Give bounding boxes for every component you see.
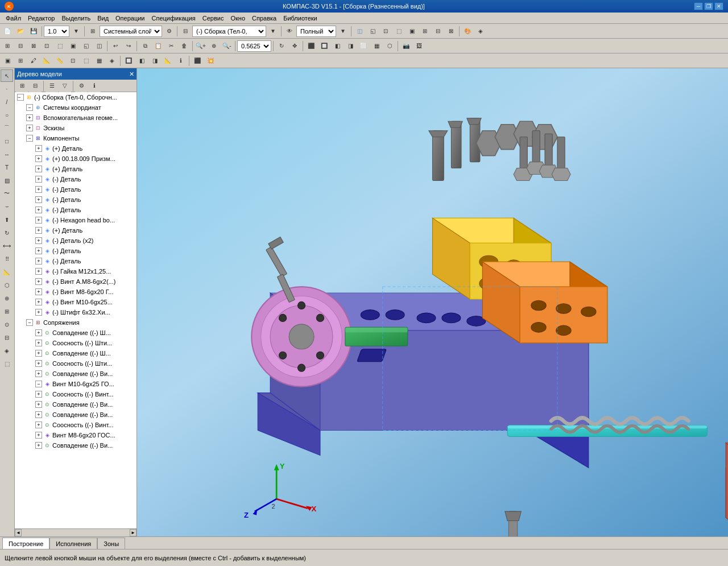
mate-tool[interactable]: ⊞ xyxy=(1,305,13,317)
tb2-btn4[interactable]: ⊡ xyxy=(40,40,53,52)
tb2-paste[interactable]: 📋 xyxy=(152,40,164,52)
tb2-btn3[interactable]: ⊠ xyxy=(27,40,40,52)
tree-item[interactable]: +◈(-) Деталь (x2) xyxy=(15,236,136,246)
tree-expand-toggle[interactable]: + xyxy=(35,166,42,172)
tree-item[interactable]: −◈Винт М10-6gx25 ГО... xyxy=(15,379,136,389)
layer-combo[interactable]: Системный слой (0 xyxy=(100,26,162,37)
menu-libraries[interactable]: Библиотеки xyxy=(280,14,321,22)
zoom-in-btn[interactable]: 🔍+ xyxy=(195,40,207,52)
tb3-btn5[interactable]: 📏 xyxy=(53,55,66,67)
tree-item[interactable]: −⊕Системы координат xyxy=(15,102,136,113)
render-btn6[interactable]: ⊞ xyxy=(419,25,431,38)
color-btn[interactable]: 🎨 xyxy=(461,25,474,38)
tree-item[interactable]: +◈(-) Деталь xyxy=(15,184,136,195)
tree-expand-toggle[interactable]: + xyxy=(26,114,33,121)
tb2-btn7[interactable]: ◱ xyxy=(80,40,92,52)
tree-item[interactable]: +⊙Совпадение ((-) Ви... xyxy=(15,399,136,410)
constraint-tool[interactable]: ⊕ xyxy=(1,292,13,304)
tree-close-btn[interactable]: ✕ xyxy=(129,71,134,78)
tree-expand-toggle[interactable]: + xyxy=(35,268,42,275)
3d-viewport[interactable]: Y X Z 2 xyxy=(137,68,728,536)
tree-expand-toggle[interactable]: + xyxy=(35,186,42,193)
tree-item[interactable]: +◈(-) Винт М8-6gx20 Г... xyxy=(15,287,136,297)
menu-service[interactable]: Сервис xyxy=(199,14,228,22)
tb3-btn12[interactable]: ◨ xyxy=(148,55,161,67)
tree-item[interactable]: +◈(+) Деталь xyxy=(15,143,136,154)
revolve-tool[interactable]: ↻ xyxy=(1,226,13,239)
screenshot-btn[interactable]: 🖼 xyxy=(413,40,425,52)
menu-window[interactable]: Окно xyxy=(227,14,249,22)
tree-settings[interactable]: ⚙ xyxy=(75,80,88,92)
zoom-value-combo[interactable]: 0.5625 xyxy=(237,40,271,52)
array-tool[interactable]: ⠿ xyxy=(1,253,13,265)
tree-expand-toggle[interactable]: + xyxy=(35,401,42,408)
tree-item[interactable]: +⊙Совпадение ((-) Ви... xyxy=(15,440,136,451)
tree-show-list[interactable]: ☰ xyxy=(46,80,58,92)
tree-item[interactable]: +◈(-) Винт А.М8-6gx2(...) xyxy=(15,276,136,287)
tree-expand-toggle[interactable]: − xyxy=(26,135,33,142)
render-btn4[interactable]: ⬚ xyxy=(392,25,405,38)
tree-item[interactable]: +◈(-) Деталь xyxy=(15,174,136,184)
tb2-btn8[interactable]: ◫ xyxy=(93,40,105,52)
tb3-btn10[interactable]: 🔲 xyxy=(122,55,135,67)
tree-expand-toggle[interactable]: + xyxy=(35,217,42,224)
tb3-section[interactable]: ⬛ xyxy=(191,55,204,67)
tb2-delete[interactable]: 🗑 xyxy=(178,40,191,52)
spline-tool[interactable]: 〜 xyxy=(1,187,13,200)
snapshot-btn[interactable]: 📷 xyxy=(400,40,412,52)
tree-item[interactable]: +◈(-) Деталь xyxy=(15,246,136,256)
tree-expand-toggle[interactable]: + xyxy=(35,432,42,439)
component-tool[interactable]: ⬚ xyxy=(1,357,13,370)
tree-item[interactable]: +◈(-) Деталь xyxy=(15,205,136,215)
tree-item[interactable]: +◈(+) 00.18.009 Призм... xyxy=(15,154,136,164)
tree-expand-toggle[interactable]: + xyxy=(35,340,42,346)
tree-expand-all[interactable]: ⊞ xyxy=(16,80,28,92)
scale-combo[interactable]: 1.0 xyxy=(44,26,69,37)
save-btn[interactable]: 💾 xyxy=(27,25,40,38)
tb3-measure[interactable]: 📐 xyxy=(162,55,174,67)
tb3-btn9[interactable]: ◈ xyxy=(106,55,118,67)
tree-expand-toggle[interactable]: − xyxy=(26,319,33,326)
view3d-btn2[interactable]: 🔲 xyxy=(318,40,330,52)
tree-collapse-all[interactable]: ⊟ xyxy=(29,80,42,92)
tree-item[interactable]: +◈(-) Деталь xyxy=(15,195,136,205)
menu-spec[interactable]: Спецификация xyxy=(148,14,199,22)
tb2-btn1[interactable]: ⊞ xyxy=(1,40,14,52)
tree-expand-toggle[interactable]: + xyxy=(35,227,42,234)
measure-tool[interactable]: 📐 xyxy=(1,266,13,278)
snap-tool[interactable]: ⊙ xyxy=(1,318,13,330)
tb2-redo[interactable]: ↪ xyxy=(122,40,135,52)
menu-file[interactable]: Файл xyxy=(2,14,24,22)
hatch-tool[interactable]: ▨ xyxy=(1,174,13,187)
tree-expand-toggle[interactable]: + xyxy=(26,125,33,131)
zoom-all-btn[interactable]: ⊕ xyxy=(208,40,220,52)
tree-expand-toggle[interactable]: + xyxy=(35,176,42,183)
assembly-combo[interactable]: (-) Сборка (Тел-0, xyxy=(192,26,266,37)
tree-horizontal-scrollbar[interactable] xyxy=(22,529,130,536)
render-btn3[interactable]: ⊡ xyxy=(379,25,392,38)
tree-scroll-left-btn[interactable]: ◄ xyxy=(15,529,22,536)
tree-item[interactable]: +⊡Эскизы xyxy=(15,123,136,133)
tab-build[interactable]: Построение xyxy=(2,538,49,549)
tree-expand-toggle[interactable]: + xyxy=(35,411,42,418)
minimize-button[interactable]: ─ xyxy=(694,2,703,10)
tb3-btn4[interactable]: 📐 xyxy=(40,55,53,67)
tb3-btn1[interactable]: ▣ xyxy=(1,55,14,67)
open-btn[interactable]: 📂 xyxy=(14,25,27,38)
view3d-btn1[interactable]: ⬛ xyxy=(305,40,317,52)
extrude-tool[interactable]: ⬆ xyxy=(1,213,13,226)
mirror-tool[interactable]: ⟷ xyxy=(1,239,13,252)
tree-expand-toggle[interactable]: + xyxy=(35,309,42,316)
grid-tool[interactable]: ⊟ xyxy=(1,331,13,344)
tb3-btn7[interactable]: ⬚ xyxy=(80,55,92,67)
tree-item[interactable]: −⊞(-) Сборка (Тел-0, Сборочн... xyxy=(15,92,136,102)
tree-expand-toggle[interactable]: + xyxy=(35,350,42,357)
tree-item[interactable]: −⊞Сопряжения xyxy=(15,317,136,328)
tb2-cut[interactable]: ✂ xyxy=(165,40,177,52)
menu-select[interactable]: Выделить xyxy=(58,14,94,22)
tb3-properties[interactable]: ℹ xyxy=(175,55,187,67)
tree-content[interactable]: −⊞(-) Сборка (Тел-0, Сборочн...−⊕Системы… xyxy=(15,92,136,528)
render-btn5[interactable]: ▣ xyxy=(406,25,418,38)
assembly-settings[interactable]: ▼ xyxy=(267,25,279,38)
render-btn2[interactable]: ◱ xyxy=(366,25,379,38)
